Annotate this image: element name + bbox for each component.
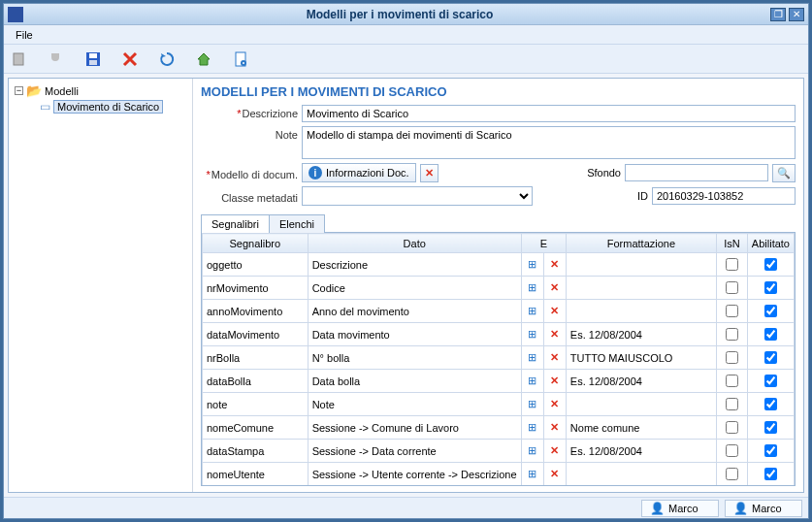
cell-isn[interactable] <box>717 300 748 323</box>
restore-button[interactable]: ❐ <box>770 8 786 21</box>
cell-abilitato[interactable] <box>747 393 794 416</box>
table-row[interactable]: noteNote⊞✕ <box>203 393 795 416</box>
checkbox-abilitato[interactable] <box>764 444 777 457</box>
select-classe-metadati[interactable] <box>302 186 533 206</box>
checkbox-isn[interactable] <box>726 281 738 294</box>
cell-segnalibro[interactable]: dataStampa <box>203 440 309 463</box>
checkbox-isn[interactable] <box>726 468 738 480</box>
cell-segnalibro[interactable]: dataMovimento <box>203 323 309 346</box>
cell-isn[interactable] <box>717 346 748 370</box>
cell-dato[interactable]: Codice <box>308 277 521 300</box>
cell-segnalibro[interactable]: dataBolla <box>203 370 309 393</box>
table-row[interactable]: annoMovimentoAnno del movimento⊞✕ <box>203 300 795 323</box>
cell-edit[interactable]: ⊞ <box>521 346 543 370</box>
table-row[interactable]: dataBollaData bolla⊞✕Es. 12/08/2004 <box>203 370 795 393</box>
table-row[interactable]: richiedenteRichiedente -> Ragione social… <box>203 486 795 487</box>
cell-edit[interactable]: ⊞ <box>521 323 543 346</box>
cell-formattazione[interactable] <box>566 300 716 323</box>
checkbox-abilitato[interactable] <box>764 351 777 364</box>
cell-clear[interactable]: ✕ <box>543 440 566 463</box>
document-button[interactable] <box>231 49 250 69</box>
cell-formattazione[interactable] <box>566 277 716 300</box>
cell-formattazione[interactable] <box>566 393 716 416</box>
input-id[interactable] <box>652 187 796 205</box>
cell-clear[interactable]: ✕ <box>543 393 566 416</box>
cell-edit[interactable]: ⊞ <box>521 253 543 277</box>
info-doc-button[interactable]: i Informazioni Doc. <box>302 163 416 182</box>
checkbox-isn[interactable] <box>726 375 738 387</box>
cell-abilitato[interactable] <box>747 486 794 487</box>
checkbox-abilitato[interactable] <box>764 258 777 271</box>
cell-isn[interactable] <box>717 440 748 463</box>
input-sfondo[interactable] <box>625 164 768 181</box>
cell-abilitato[interactable] <box>747 323 794 346</box>
cell-segnalibro[interactable]: nomeUtente <box>203 463 309 486</box>
save-button[interactable] <box>83 49 103 69</box>
cell-edit[interactable]: ⊞ <box>521 463 543 486</box>
table-row[interactable]: oggettoDescrizione⊞✕ <box>203 253 795 277</box>
cell-formattazione[interactable] <box>566 253 716 277</box>
checkbox-abilitato[interactable] <box>764 328 777 341</box>
cell-formattazione[interactable]: TUTTO MAIUSCOLO <box>566 346 716 370</box>
cell-dato[interactable]: Richiedente -> Ragione sociale <box>308 486 521 487</box>
tab-elenchi[interactable]: Elenchi <box>269 214 325 233</box>
cell-edit[interactable]: ⊞ <box>521 370 543 393</box>
delete-button[interactable] <box>120 49 140 69</box>
input-note[interactable] <box>302 126 796 159</box>
checkbox-abilitato[interactable] <box>764 421 777 434</box>
cell-segnalibro[interactable]: nomeComune <box>203 416 309 440</box>
close-button[interactable]: ✕ <box>789 8 804 21</box>
cell-segnalibro[interactable]: nrMovimento <box>203 277 309 300</box>
checkbox-isn[interactable] <box>726 398 738 410</box>
cell-clear[interactable]: ✕ <box>543 253 566 277</box>
refresh-button[interactable] <box>157 49 177 69</box>
cell-edit[interactable]: ⊞ <box>521 416 543 440</box>
cell-formattazione[interactable]: Es. 12/08/2004 <box>566 323 716 346</box>
cell-dato[interactable]: Sessione -> Data corrente <box>308 440 521 463</box>
cell-abilitato[interactable] <box>747 253 794 277</box>
cell-abilitato[interactable] <box>747 370 794 393</box>
th-dato[interactable]: Dato <box>308 234 521 253</box>
table-row[interactable]: nrBollaN° bolla⊞✕TUTTO MAIUSCOLO <box>203 346 795 370</box>
cell-abilitato[interactable] <box>747 463 794 486</box>
cell-isn[interactable] <box>717 253 748 277</box>
browse-sfondo-button[interactable]: 🔍 <box>772 164 796 182</box>
th-isn[interactable]: IsN <box>717 234 748 253</box>
cell-formattazione[interactable]: Nome comune <box>566 416 716 440</box>
cell-clear[interactable]: ✕ <box>543 277 566 300</box>
checkbox-abilitato[interactable] <box>764 281 777 294</box>
status-user-2[interactable]: 👤 Marco <box>725 500 802 517</box>
checkbox-abilitato[interactable] <box>764 468 777 480</box>
home-button[interactable] <box>194 49 213 69</box>
menu-file[interactable]: File <box>10 27 39 43</box>
checkbox-abilitato[interactable] <box>764 398 777 410</box>
tab-segnalibri[interactable]: Segnalibri <box>201 214 270 233</box>
checkbox-isn[interactable] <box>726 351 738 364</box>
cell-formattazione[interactable]: Es. 12/08/2004 <box>566 370 716 393</box>
new-button[interactable] <box>10 49 29 69</box>
checkbox-isn[interactable] <box>726 444 738 457</box>
cell-segnalibro[interactable]: note <box>203 393 309 416</box>
cell-isn[interactable] <box>717 393 748 416</box>
checkbox-isn[interactable] <box>726 421 738 434</box>
input-descrizione[interactable] <box>302 105 796 122</box>
table-row[interactable]: nomeUtenteSessione -> Utente corrente ->… <box>203 463 795 486</box>
cell-edit[interactable]: ⊞ <box>521 393 543 416</box>
checkbox-abilitato[interactable] <box>764 375 777 387</box>
cell-dato[interactable]: Anno del movimento <box>308 300 521 323</box>
checkbox-isn[interactable] <box>726 328 738 341</box>
cell-isn[interactable] <box>717 370 748 393</box>
checkbox-isn[interactable] <box>726 305 738 317</box>
cell-dato[interactable]: Descrizione <box>308 253 521 277</box>
cell-clear[interactable]: ✕ <box>543 463 566 486</box>
th-segnalibro[interactable]: Segnalibro <box>203 234 309 253</box>
status-user-1[interactable]: 👤 Marco <box>641 500 719 517</box>
copy-button[interactable] <box>47 49 66 69</box>
table-row[interactable]: nrMovimentoCodice⊞✕ <box>203 277 795 300</box>
cell-clear[interactable]: ✕ <box>543 416 566 440</box>
cell-clear[interactable]: ✕ <box>543 300 566 323</box>
remove-doc-button[interactable]: ✕ <box>420 164 438 182</box>
cell-dato[interactable]: Sessione -> Utente corrente -> Descrizio… <box>308 463 521 486</box>
cell-segnalibro[interactable]: oggetto <box>203 253 309 277</box>
tree-collapse-icon[interactable]: − <box>15 86 23 95</box>
